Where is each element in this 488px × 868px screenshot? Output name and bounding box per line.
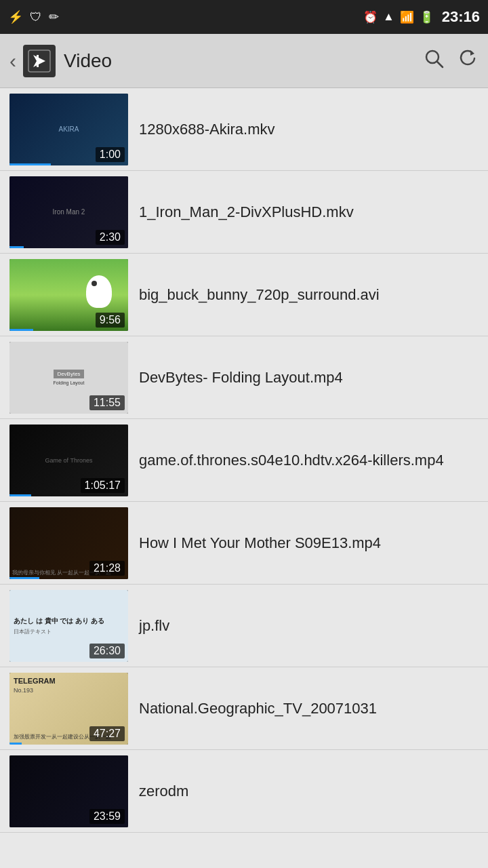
app-bar: ‹ Video bbox=[0, 34, 488, 88]
duration-badge: 9:56 bbox=[96, 313, 125, 328]
app-bar-actions bbox=[423, 47, 479, 74]
list-item[interactable]: Iron Man 2 2:301_Iron_Man_2-DivXPlusHD.m… bbox=[0, 171, 488, 254]
page-title: Video bbox=[64, 50, 423, 72]
progress-bar bbox=[9, 246, 24, 248]
video-title: 1_Iron_Man_2-DivXPlusHD.mkv bbox=[128, 202, 354, 222]
wifi-icon: ▲ bbox=[383, 10, 394, 24]
svg-rect-2 bbox=[37, 55, 39, 67]
alarm-icon: ⏰ bbox=[363, 10, 378, 24]
usb-icon: ⚡ bbox=[8, 9, 23, 24]
video-title: How I Met Your Mother S09E13.mp4 bbox=[128, 533, 381, 553]
list-item[interactable]: 9:56big_buck_bunny_720p_surround.avi bbox=[0, 254, 488, 336]
shield-icon: 🛡 bbox=[30, 10, 42, 24]
status-bar-right: ⏰ ▲ 📶 🔋 23:16 bbox=[363, 8, 480, 26]
clock: 23:16 bbox=[442, 8, 480, 26]
video-title: game.of.thrones.s04e10.hdtv.x264-killers… bbox=[128, 450, 444, 471]
duration-badge: 26:30 bbox=[89, 644, 125, 658]
list-item[interactable]: あたし は 貴中 では あり ある 日本語テキスト 26:30jp.flv bbox=[0, 585, 488, 667]
refresh-button[interactable] bbox=[457, 47, 479, 74]
duration-badge: 47:27 bbox=[89, 726, 125, 741]
progress-bar bbox=[9, 743, 22, 745]
back-button[interactable]: ‹ bbox=[9, 50, 16, 73]
progress-bar bbox=[9, 577, 39, 579]
list-item[interactable]: TELEGRAM No.193 加强股票开发一从一起建设公从一从一起 47:27… bbox=[0, 667, 488, 750]
duration-badge: 1:05:17 bbox=[81, 478, 125, 493]
svg-marker-5 bbox=[470, 50, 474, 56]
video-title: National.Geographic_TV_20071031 bbox=[128, 698, 377, 719]
progress-bar bbox=[9, 163, 51, 165]
video-title: DevBytes- Folding Layout.mp4 bbox=[128, 368, 343, 388]
video-list: AKIRA 1:001280x688-Akira.mkv Iron Man 2 … bbox=[0, 88, 488, 833]
list-item[interactable]: DevBytes Folding Layout 11:55DevBytes- F… bbox=[0, 336, 488, 419]
progress-bar bbox=[9, 329, 33, 331]
status-bar-left: ⚡ 🛡 ✏ bbox=[8, 9, 59, 24]
status-bar: ⚡ 🛡 ✏ ⏰ ▲ 📶 🔋 23:16 bbox=[0, 0, 488, 34]
duration-badge: 2:30 bbox=[96, 230, 125, 245]
battery-icon: 🔋 bbox=[420, 10, 434, 24]
duration-badge: 11:55 bbox=[89, 395, 125, 410]
duration-badge: 21:28 bbox=[89, 561, 125, 576]
search-button[interactable] bbox=[423, 47, 445, 74]
video-title: jp.flv bbox=[128, 616, 169, 636]
duration-badge: 1:00 bbox=[96, 147, 125, 162]
list-item[interactable]: Game of Thrones 1:05:17game.of.thrones.s… bbox=[0, 419, 488, 502]
video-title: big_buck_bunny_720p_surround.avi bbox=[128, 285, 380, 305]
list-item[interactable]: AKIRA 1:001280x688-Akira.mkv bbox=[0, 88, 488, 171]
video-title: zerodm bbox=[128, 781, 188, 802]
video-title: 1280x688-Akira.mkv bbox=[128, 119, 275, 140]
svg-line-4 bbox=[437, 62, 443, 67]
duration-badge: 23:59 bbox=[89, 809, 125, 824]
list-item[interactable]: 23:59zerodm bbox=[0, 750, 488, 833]
progress-bar bbox=[9, 494, 31, 496]
signal-icon: 📶 bbox=[400, 10, 414, 24]
edit-icon: ✏ bbox=[49, 9, 59, 24]
app-logo bbox=[23, 45, 56, 77]
list-item[interactable]: 我的母亲与你相见 从一起从一起一从一起 21:28How I Met Your … bbox=[0, 502, 488, 585]
